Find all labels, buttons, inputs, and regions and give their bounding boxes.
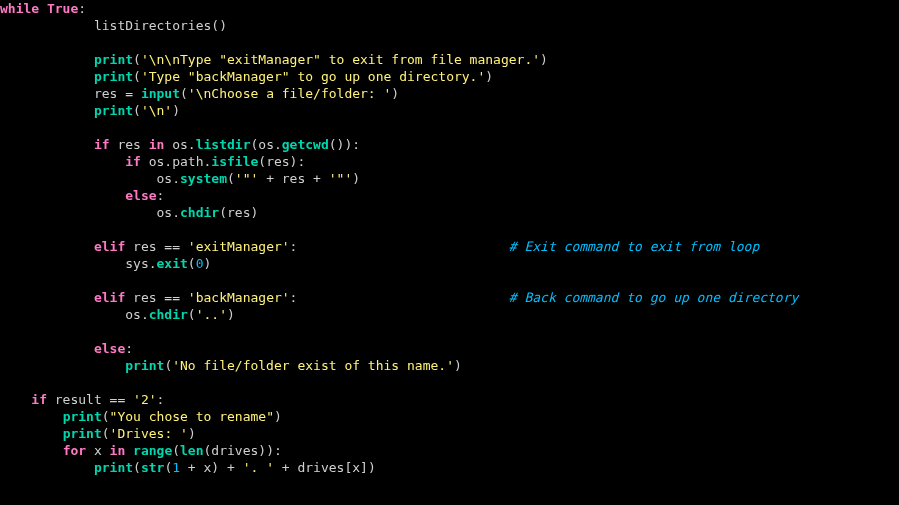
blank-line (0, 324, 8, 339)
string-literal: '\nChoose a file/folder: ' (188, 86, 392, 101)
code-line: for x in range(len(drives)): (0, 443, 282, 458)
code-line: os.system('"' + res + '"') (0, 171, 360, 186)
code-editor[interactable]: while True: listDirectories() print('\n\… (0, 0, 899, 476)
string-literal: 'Type "backManager" to go up one directo… (141, 69, 485, 84)
code-line: if result == '2': (0, 392, 164, 407)
comment: # Exit command to exit from loop (509, 239, 759, 254)
string-literal: '\n\nType "exitManager" to exit from fil… (141, 52, 540, 67)
comment: # Back command to go up one directory (509, 290, 799, 305)
keyword-if: if (125, 154, 141, 169)
func-print: print (94, 52, 133, 67)
code-line: print('\n\nType "exitManager" to exit fr… (0, 52, 548, 67)
func-print: print (63, 409, 102, 424)
code-line: if res in os.listdir(os.getcwd()): (0, 137, 360, 152)
blank-line (0, 375, 8, 390)
code-line: while True: (0, 1, 86, 16)
func-print: print (125, 358, 164, 373)
code-line: if os.path.isfile(res): (0, 154, 305, 169)
code-line: print('Drives: ') (0, 426, 196, 441)
blank-line (0, 222, 8, 237)
blank-line (0, 273, 8, 288)
code-line: os.chdir(res) (0, 205, 258, 220)
blank-line (0, 35, 8, 50)
func-input: input (141, 86, 180, 101)
keyword-elif: elif (94, 290, 125, 305)
func-print: print (94, 69, 133, 84)
code-line: print("You chose to rename") (0, 409, 282, 424)
keyword-if: if (94, 137, 110, 152)
blank-line (0, 120, 8, 135)
keyword-in: in (110, 443, 126, 458)
code-line: res = input('\nChoose a file/folder: ') (0, 86, 399, 101)
func-print: print (94, 460, 133, 475)
code-line: print('\n') (0, 103, 180, 118)
keyword-for: for (63, 443, 86, 458)
literal-true: True (47, 1, 78, 16)
func-print: print (94, 103, 133, 118)
code-line: else: (0, 188, 164, 203)
code-line: listDirectories() (0, 18, 227, 33)
keyword-if: if (31, 392, 47, 407)
func-print: print (63, 426, 102, 441)
code-line: else: (0, 341, 133, 356)
keyword-while: while (0, 1, 39, 16)
code-line: elif res == 'exitManager': # Exit comman… (0, 239, 759, 254)
code-line: elif res == 'backManager': # Back comman… (0, 290, 798, 305)
keyword-elif: elif (94, 239, 125, 254)
string-literal: '\n' (141, 103, 172, 118)
code-line: print('No file/folder exist of this name… (0, 358, 462, 373)
code-line: os.chdir('..') (0, 307, 235, 322)
code-line: print(str(1 + x) + '. ' + drives[x]) (0, 460, 376, 475)
keyword-else: else (94, 341, 125, 356)
keyword-in: in (149, 137, 165, 152)
code-line: sys.exit(0) (0, 256, 211, 271)
code-line: print('Type "backManager" to go up one d… (0, 69, 493, 84)
keyword-else: else (125, 188, 156, 203)
